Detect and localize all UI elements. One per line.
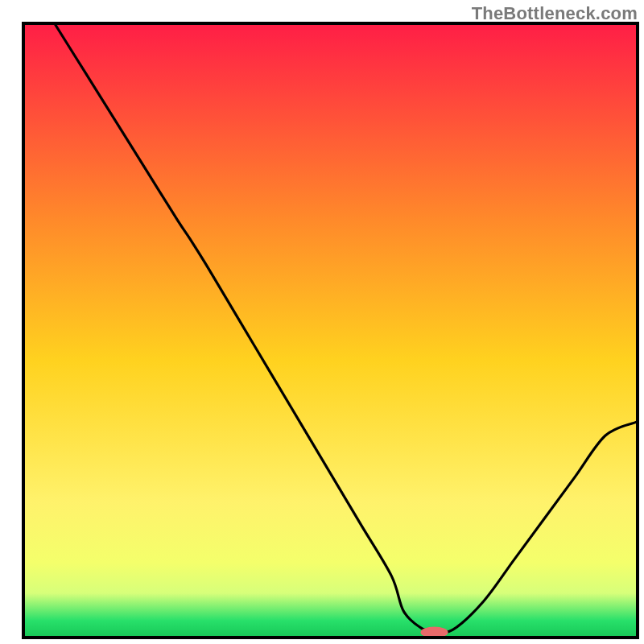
chart-canvas bbox=[0, 0, 644, 644]
watermark-label: TheBottleneck.com bbox=[472, 3, 638, 24]
bottleneck-chart: TheBottleneck.com bbox=[0, 0, 644, 644]
gradient-background bbox=[25, 25, 636, 636]
